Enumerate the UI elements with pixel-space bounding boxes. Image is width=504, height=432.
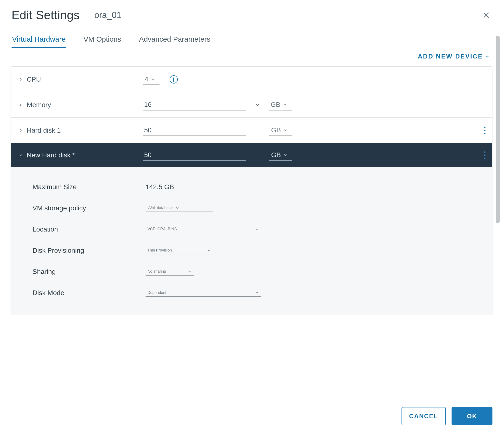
detail-max-size: Maximum Size 142.5 GB: [33, 176, 486, 198]
row-new-hard-disk: New Hard disk * GB: [11, 143, 492, 167]
new-hdd-size-input[interactable]: [143, 150, 246, 161]
tabs: Virtual Hardware VM Options Advanced Par…: [11, 28, 493, 48]
detail-location: Location VCF_ORA_BINS: [33, 219, 486, 240]
disclosure-hdd1[interactable]: [18, 127, 24, 134]
row-cpu: CPU 4 i: [11, 67, 492, 92]
hardware-panel: CPU 4 i Memory: [11, 66, 493, 315]
actionbar: ADD NEW DEVICE: [11, 48, 493, 66]
add-new-device-label: ADD NEW DEVICE: [418, 53, 483, 60]
detail-provisioning: Disk Provisioning Thin Provision: [33, 240, 486, 261]
ok-button[interactable]: OK: [451, 407, 493, 425]
chevron-down-icon: [255, 227, 259, 231]
provisioning-select[interactable]: Thin Provision: [145, 247, 213, 254]
chevron-down-icon: [283, 128, 288, 132]
hdd1-label: Hard disk 1: [27, 127, 61, 134]
divider: [87, 9, 87, 22]
tab-vm-options[interactable]: VM Options: [83, 35, 122, 48]
location-select[interactable]: VCF_ORA_BINS: [145, 226, 261, 233]
chevron-down-icon: [283, 153, 288, 157]
new-hdd-label: New Hard disk *: [27, 151, 75, 159]
storage-policy-label: VM storage policy: [33, 204, 136, 212]
tab-advanced-parameters[interactable]: Advanced Parameters: [139, 35, 211, 48]
hdd1-unit-value: GB: [271, 126, 281, 134]
chevron-down-icon: [151, 77, 155, 81]
chevron-down-icon: [187, 269, 192, 274]
memory-unit-value: GB: [271, 101, 280, 109]
storage-policy-value: vVol_database: [147, 206, 173, 210]
chevron-down-icon: [283, 102, 287, 107]
chevron-down-icon: [255, 291, 259, 295]
new-hdd-actions-menu[interactable]: [482, 150, 488, 160]
sharing-label: Sharing: [33, 268, 136, 276]
chevron-down-icon: [485, 54, 490, 59]
dialog-header: Edit Settings ora_01: [11, 8, 493, 28]
disclosure-memory[interactable]: [18, 102, 24, 108]
detail-sharing: Sharing No sharing: [33, 261, 486, 282]
hdd1-size-input[interactable]: [143, 125, 246, 136]
location-label: Location: [33, 226, 136, 233]
info-icon[interactable]: i: [170, 75, 178, 83]
close-icon[interactable]: [481, 10, 492, 20]
dialog-title: Edit Settings: [11, 8, 80, 22]
tab-virtual-hardware[interactable]: Virtual Hardware: [11, 35, 66, 48]
vm-name: ora_01: [94, 10, 121, 20]
sharing-value: No sharing: [147, 269, 166, 274]
new-hdd-unit-select[interactable]: GB: [269, 150, 292, 161]
new-hdd-unit-value: GB: [271, 151, 281, 159]
storage-policy-select[interactable]: vVol_database: [145, 204, 213, 212]
disk-mode-label: Disk Mode: [33, 289, 136, 297]
memory-unit-select[interactable]: GB: [269, 99, 292, 110]
scrollbar-thumb[interactable]: [496, 36, 500, 223]
detail-disk-mode: Disk Mode Dependent: [33, 282, 486, 303]
edit-settings-dialog: Edit Settings ora_01 Virtual Hardware VM…: [0, 0, 504, 432]
max-size-value: 142.5 GB: [145, 183, 174, 191]
disclosure-new-hdd[interactable]: [18, 152, 24, 158]
provisioning-label: Disk Provisioning: [33, 247, 136, 254]
provisioning-value: Thin Provision: [147, 248, 172, 252]
disk-mode-value: Dependent: [147, 291, 166, 295]
disclosure-cpu[interactable]: [18, 76, 24, 83]
location-value: VCF_ORA_BINS: [147, 227, 177, 231]
chevron-down-icon: [175, 206, 180, 210]
scrollbar[interactable]: [496, 36, 500, 223]
detail-storage-policy: VM storage policy vVol_database: [33, 198, 486, 219]
hdd1-unit-select[interactable]: GB: [269, 125, 292, 136]
cpu-label: CPU: [27, 76, 41, 83]
hdd1-actions-menu[interactable]: [482, 126, 488, 135]
new-hdd-details: Maximum Size 142.5 GB VM storage policy …: [11, 167, 492, 315]
chevron-down-icon: [207, 248, 211, 252]
max-size-label: Maximum Size: [33, 183, 136, 191]
disk-mode-select[interactable]: Dependent: [145, 289, 261, 297]
chevron-down-icon[interactable]: [255, 102, 260, 108]
row-hard-disk-1: Hard disk 1 GB: [11, 118, 492, 143]
add-new-device-button[interactable]: ADD NEW DEVICE: [418, 53, 490, 60]
dialog-footer: CANCEL OK: [0, 407, 504, 425]
row-memory: Memory GB: [11, 92, 492, 118]
memory-label: Memory: [27, 101, 51, 109]
cpu-count-select[interactable]: 4: [143, 74, 160, 85]
cancel-button[interactable]: CANCEL: [402, 407, 446, 425]
sharing-select[interactable]: No sharing: [145, 268, 194, 276]
memory-input[interactable]: [143, 99, 246, 110]
cpu-count-value: 4: [144, 75, 148, 83]
